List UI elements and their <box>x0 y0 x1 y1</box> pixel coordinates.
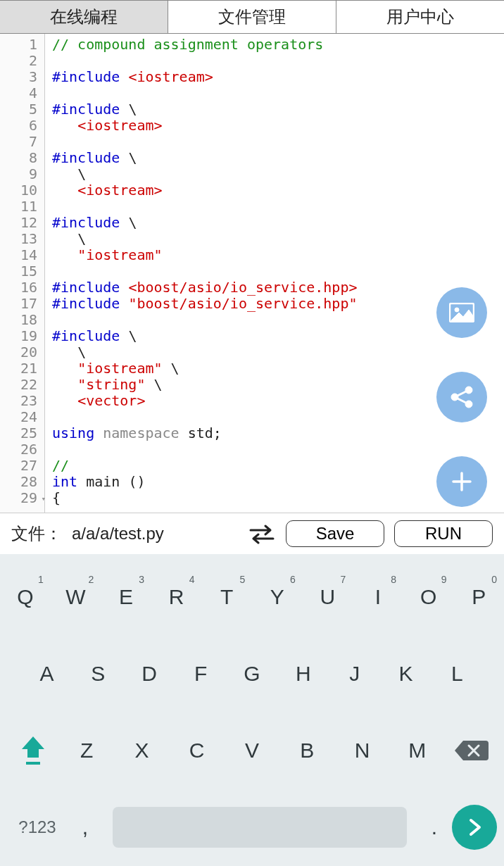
top-tabs: 在线编程 文件管理 用户中心 <box>0 0 504 34</box>
key-w[interactable]: W2 <box>54 585 96 609</box>
code-line[interactable]: #include \ <box>52 101 504 118</box>
run-button[interactable]: RUN <box>394 520 493 547</box>
fab-share[interactable] <box>436 372 487 422</box>
swap-button[interactable] <box>248 523 276 544</box>
line-number: 29 <box>0 490 44 506</box>
swap-icon <box>248 523 276 544</box>
code-line[interactable] <box>52 85 504 101</box>
code-line[interactable]: "iostream" <box>52 247 504 263</box>
key-f[interactable]: F <box>179 662 222 686</box>
line-number: 5 <box>0 101 44 118</box>
line-number: 17 <box>0 296 44 312</box>
tab-user-center[interactable]: 用户中心 <box>336 0 504 33</box>
line-number-gutter: 1234567891011121314151617181920212223242… <box>0 34 45 513</box>
key-r[interactable]: R4 <box>156 585 198 609</box>
key-s[interactable]: S <box>77 662 119 686</box>
keyboard-row-4: ?123 , . <box>0 789 504 866</box>
virtual-keyboard: Q1W2E3R4T5Y6U7I8O9P0 ASDFGHJKL ZXCVBNM ?… <box>0 554 504 866</box>
line-number: 8 <box>0 150 44 166</box>
key-l[interactable]: L <box>436 662 478 686</box>
key-n[interactable]: N <box>341 739 384 763</box>
svg-rect-5 <box>26 762 40 765</box>
key-y[interactable]: Y6 <box>256 585 298 609</box>
key-o[interactable]: O9 <box>408 585 450 609</box>
line-number: 2 <box>0 53 44 69</box>
key-k[interactable]: K <box>385 662 427 686</box>
code-editor[interactable]: 1234567891011121314151617181920212223242… <box>0 34 504 513</box>
code-line[interactable]: <iostream> <box>52 182 504 199</box>
shift-key[interactable] <box>7 729 59 772</box>
code-line[interactable]: #include \ <box>52 215 504 231</box>
line-number: 4 <box>0 85 44 101</box>
key-j[interactable]: J <box>334 662 376 686</box>
code-line[interactable]: #include <iostream> <box>52 69 504 85</box>
chevron-right-icon <box>467 817 482 837</box>
key-u[interactable]: U7 <box>306 585 348 609</box>
line-number: 6 <box>0 118 44 134</box>
backspace-key[interactable] <box>445 729 497 772</box>
line-number: 16 <box>0 280 44 296</box>
key-p[interactable]: P0 <box>458 585 500 609</box>
fab-add[interactable] <box>436 456 487 507</box>
save-button[interactable]: Save <box>286 520 384 547</box>
key-i[interactable]: I8 <box>357 585 399 609</box>
keyboard-row-2: ASDFGHJKL <box>0 635 504 712</box>
key-g[interactable]: G <box>231 662 273 686</box>
line-number: 23 <box>0 393 44 409</box>
enter-key[interactable] <box>452 805 497 850</box>
file-bar: 文件： a/a/a/test.py Save RUN <box>0 513 504 554</box>
space-key[interactable] <box>113 807 407 848</box>
line-number: 14 <box>0 247 44 263</box>
line-number: 7 <box>0 134 44 150</box>
symbols-key[interactable]: ?123 <box>7 817 68 837</box>
plus-icon <box>451 470 473 493</box>
period-key[interactable]: . <box>417 815 452 839</box>
svg-point-1 <box>455 308 459 312</box>
key-e[interactable]: E3 <box>105 585 147 609</box>
code-line[interactable]: \ <box>52 231 504 247</box>
line-number: 10 <box>0 182 44 199</box>
line-number: 25 <box>0 425 44 441</box>
keyboard-row-1: Q1W2E3R4T5Y6U7I8O9P0 <box>0 558 504 635</box>
line-number: 19 <box>0 328 44 344</box>
image-icon <box>449 303 474 322</box>
code-line[interactable]: #include \ <box>52 150 504 166</box>
fab-image[interactable] <box>436 287 487 338</box>
tab-online-coding[interactable]: 在线编程 <box>0 0 168 33</box>
line-number: 20 <box>0 344 44 360</box>
shift-icon <box>19 734 47 767</box>
code-line[interactable] <box>52 199 504 215</box>
line-number: 9 <box>0 166 44 182</box>
key-q[interactable]: Q1 <box>4 585 46 609</box>
line-number: 22 <box>0 377 44 393</box>
file-label: 文件： <box>11 522 62 545</box>
line-number: 11 <box>0 199 44 215</box>
key-a[interactable]: A <box>25 662 68 686</box>
line-number: 1 <box>0 37 44 53</box>
tab-file-manager[interactable]: 文件管理 <box>168 0 336 33</box>
code-line[interactable]: <iostream> <box>52 118 504 134</box>
line-number: 27 <box>0 458 44 474</box>
code-area[interactable]: // compound assignment operators#include… <box>45 34 504 513</box>
key-d[interactable]: D <box>128 662 170 686</box>
key-h[interactable]: H <box>282 662 325 686</box>
key-v[interactable]: V <box>231 739 273 763</box>
comma-key[interactable]: , <box>68 815 103 839</box>
key-c[interactable]: C <box>176 739 218 763</box>
code-line[interactable] <box>52 263 504 280</box>
line-number: 13 <box>0 231 44 247</box>
code-line[interactable]: // compound assignment operators <box>52 37 504 53</box>
line-number: 12 <box>0 215 44 231</box>
key-m[interactable]: M <box>396 739 439 763</box>
key-b[interactable]: B <box>286 739 328 763</box>
key-x[interactable]: X <box>120 739 163 763</box>
key-z[interactable]: Z <box>65 739 108 763</box>
line-number: 18 <box>0 312 44 328</box>
key-t[interactable]: T5 <box>206 585 248 609</box>
file-path: a/a/a/test.py <box>72 524 164 544</box>
code-line[interactable] <box>52 53 504 69</box>
code-line[interactable]: \ <box>52 166 504 182</box>
floating-actions <box>436 287 487 507</box>
code-line[interactable] <box>52 134 504 150</box>
backspace-icon <box>453 738 489 763</box>
